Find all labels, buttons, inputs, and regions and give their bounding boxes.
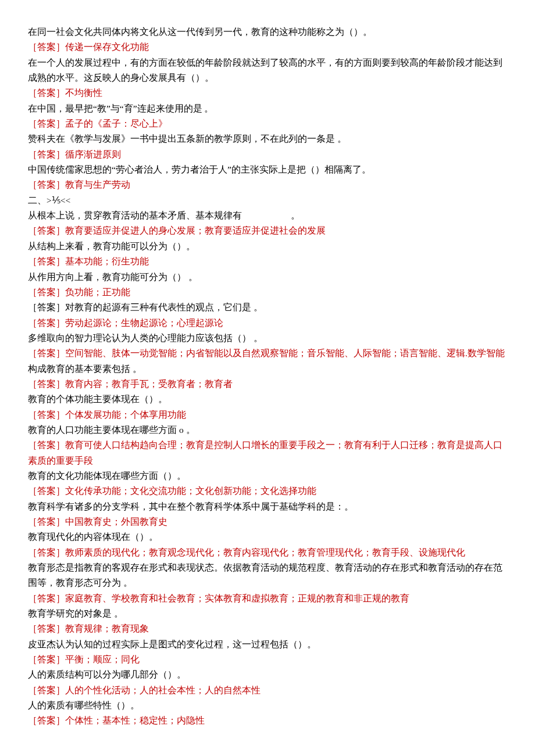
answer-text: ［答案］教育要适应并促进人的身心发展；教育要适应并促进社会的发展	[28, 223, 507, 238]
answer-text: ［答案］教育可使人口结构趋向合理；教育是控制人口增长的重要手段之一；教育有利于人…	[28, 438, 507, 468]
question-text: 从根本上说，贯穿教育活动的基本矛盾、基本规律有 。	[28, 208, 507, 223]
question-text: 人的素质结构可以分为哪几部分（）。	[28, 667, 507, 682]
document-body: 在同一社会文化共同体内将文化从这一代传到另一代，教育的这种功能称之为（）。［答案…	[28, 24, 507, 729]
answer-text: ［答案］传递一保存文化功能	[28, 40, 507, 55]
question-text: 在中国，最早把“教”与“育”连起来使用的是 。	[28, 101, 507, 116]
answer-text: ［答案］教育内容；教育手瓦；受教育者；教育者	[28, 377, 507, 392]
question-text: 从结构上来看，教育功能可以分为（）。	[28, 239, 507, 254]
question-text: 教育学研究的对象是 。	[28, 606, 507, 621]
question-text: 从作用方向上看，教育功能可分为（） 。	[28, 270, 507, 285]
answer-text: ［答案］不均衡性	[28, 85, 507, 101]
answer-text: ［答案］负功能；正功能	[28, 285, 507, 300]
answer-text: ［答案］中国教育史；外国教育史	[28, 514, 507, 529]
question-text: 教育形态是指教育的客观存在形式和表现状态。依据教育活动的规范程度、教育活动的存在…	[28, 560, 507, 591]
answer-text: ［答案］个体发展功能；个体享用功能	[28, 407, 507, 422]
question-text: 在一个人的发展过程中，有的方面在较低的年龄阶段就达到了较高的水平，有的方面则要到…	[28, 55, 507, 86]
answer-text: ［答案］人的个性化活动；人的社会本性；人的自然本性	[28, 683, 507, 698]
answer-text: ［答案］文化传承功能；文化交流功能；文化创新功能；文化选择功能	[28, 483, 507, 499]
answer-text: ［答案］平衡；顺应；同化	[28, 652, 507, 667]
question-text: 中国传统儒家思想的“劳心者治人，劳力者治于人”的主张实际上是把（）相隔离了。	[28, 162, 507, 177]
question-text: 皮亚杰认为认知的过程实际上是图式的变化过程，这一过程包括（）。	[28, 637, 507, 652]
question-text: 教育的个体功能主要体现在（）。	[28, 392, 507, 407]
question-text: 赞科夫在《教学与发展》一书中提出五条新的教学原则，不在此列的一条是 。	[28, 131, 507, 146]
question-text: 二、>⅟₅<<	[28, 193, 507, 208]
question-text: 教育的人口功能主要体现在哪些方面 o 。	[28, 422, 507, 438]
question-text: 人的素质有哪些特性（）。	[28, 698, 507, 713]
answer-text: ［答案］教育与生产劳动	[28, 177, 507, 192]
question-text: 构成教育的基本要素包括 。	[28, 361, 507, 377]
answer-text: ［答案］孟子的《孟子：尽心上》	[28, 116, 507, 131]
answer-text: ［答案］教师素质的现代化；教育观念现代化；教育内容现代化；教育管理现代化；教育手…	[28, 545, 507, 560]
answer-text: ［答案］空间智能、肢体一动觉智能；内省智能以及自然观察智能；音乐智能、人际智能；…	[28, 346, 507, 361]
question-text: 教育的文化功能体现在哪些方面（）。	[28, 468, 507, 483]
question-text: 教育科学有诸多的分支学科，其中在整个教育科学体系中属于基础学科的是：。	[28, 499, 507, 514]
question-text: 多维取向的智力理论认为人类的心理能力应该包括（） 。	[28, 331, 507, 346]
question-text: 在同一社会文化共同体内将文化从这一代传到另一代，教育的这种功能称之为（）。	[28, 24, 507, 40]
question-text: ［答案］对教育的起源有三种有代表性的观点，它们是 。	[28, 300, 507, 315]
answer-text: ［答案］教育规律；教育现象	[28, 621, 507, 636]
answer-text: ［答案］个体性；基本性；稳定性；内隐性	[28, 713, 507, 728]
answer-text: ［答案］劳动起源论；生物起源论；心理起源论	[28, 316, 507, 331]
answer-text: ［答案］基本功能；衍生功能	[28, 254, 507, 269]
answer-text: ［答案］家庭教育、学校教育和社会教育；实体教育和虚拟教育；正规的教育和非正规的教…	[28, 591, 507, 606]
answer-text: ［答案］循序渐进原则	[28, 147, 507, 162]
question-text: 教育现代化的内容体现在（）。	[28, 529, 507, 544]
